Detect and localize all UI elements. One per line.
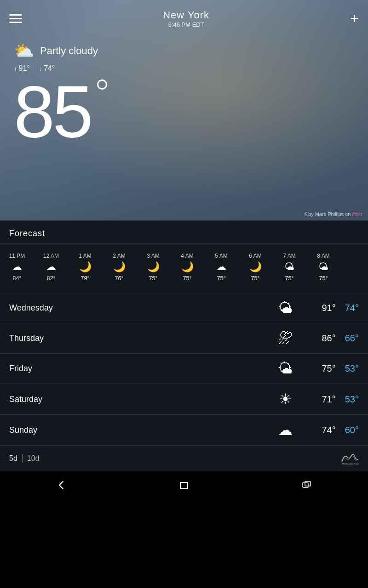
- day-icon: ☁: [271, 421, 299, 439]
- hourly-item: 7 AM 🌤 75°: [272, 251, 306, 283]
- hourly-item: 1 AM 🌙 79°: [68, 251, 102, 283]
- hourly-time: 2 AM: [113, 253, 125, 259]
- nav-recents-button[interactable]: [300, 479, 313, 492]
- day-icon: 🌤: [271, 360, 299, 377]
- day-temps: 71° 53°: [299, 394, 359, 405]
- nav-home-button[interactable]: [178, 479, 190, 492]
- degree-symbol: [97, 79, 107, 90]
- android-nav: [0, 471, 368, 499]
- day-temps: 74° 60°: [299, 425, 359, 435]
- hourly-time: 11 PM: [9, 253, 25, 259]
- hourly-row: 11 PM ☁ 84° 12 AM ☁ 82° 1 AM 🌙 79° 2 AM …: [0, 251, 368, 283]
- header-center: New York 6:46 PM EDT: [163, 9, 209, 28]
- forecast-divider: [0, 243, 368, 243]
- tab-5d[interactable]: 5d: [9, 454, 17, 463]
- hourly-icon: 🌤: [284, 262, 294, 272]
- condition-text: Partly cloudy: [40, 45, 98, 57]
- hourly-icon: ☁: [12, 262, 22, 272]
- day-high: 91°: [322, 303, 336, 313]
- daily-row: Sunday ☁ 74° 60°: [0, 415, 368, 446]
- day-low: 74°: [345, 303, 359, 313]
- hourly-time: 7 AM: [283, 253, 295, 259]
- day-name: Saturday: [9, 395, 271, 404]
- day-icon: ☀: [271, 390, 299, 408]
- day-temps: 86° 66°: [299, 333, 359, 344]
- tab-10d[interactable]: 10d: [27, 454, 40, 463]
- day-name: Thursday: [9, 334, 271, 343]
- hourly-time: 6 AM: [249, 253, 261, 259]
- forecast-tabs: 5d 10d: [9, 454, 40, 463]
- current-weather: ⛅ Partly cloudy ↑ 91° ↓ 74° 85: [14, 41, 98, 148]
- hourly-icon: ☁: [46, 262, 56, 272]
- hourly-temp: 75°: [319, 275, 328, 282]
- day-low: 53°: [345, 394, 359, 405]
- hourly-end-divider: [0, 291, 368, 291]
- hourly-icon: 🌙: [147, 262, 160, 272]
- day-temps: 91° 74°: [299, 303, 359, 313]
- hourly-icon: ☁: [216, 262, 226, 272]
- day-low: 53°: [345, 363, 359, 374]
- hourly-item: 11 PM ☁ 84°: [0, 251, 34, 283]
- hourly-temp: 75°: [217, 275, 226, 282]
- hourly-temp: 82°: [46, 275, 56, 282]
- hourly-icon: 🌙: [113, 262, 126, 272]
- day-high: 75°: [322, 363, 336, 374]
- weather-background: New York 6:46 PM EDT + ⛅ Partly cloudy ↑…: [0, 0, 368, 220]
- nav-back-button[interactable]: [55, 479, 68, 492]
- forecast-title: Forecast: [0, 220, 368, 243]
- city-name: New York: [163, 9, 209, 21]
- hourly-time: 12 AM: [43, 253, 59, 259]
- add-location-button[interactable]: +: [350, 11, 359, 26]
- weather-condition: ⛅ Partly cloudy: [14, 41, 98, 61]
- hourly-time: 1 AM: [79, 253, 91, 259]
- wunderground-logo: wunderground: [340, 452, 359, 465]
- svg-rect-1: [180, 482, 188, 489]
- day-icon: 🌤: [271, 300, 299, 317]
- hourly-time: 3 AM: [147, 253, 159, 259]
- day-icon: ⛈: [271, 330, 299, 347]
- photo-attribution: ©by Mark Phillips on flickr: [305, 211, 362, 217]
- daily-row: Wednesday 🌤 91° 74°: [0, 293, 368, 323]
- hourly-item: 5 AM ☁ 75°: [204, 251, 238, 283]
- svg-text:wunderground: wunderground: [342, 462, 359, 465]
- hourly-item: 12 AM ☁ 82°: [34, 251, 68, 283]
- hourly-temp: 75°: [285, 275, 294, 282]
- hourly-temp: 75°: [251, 275, 260, 282]
- hourly-time: 8 AM: [317, 253, 329, 259]
- hourly-scroll[interactable]: 11 PM ☁ 84° 12 AM ☁ 82° 1 AM 🌙 79° 2 AM …: [0, 247, 368, 289]
- day-low: 66°: [345, 333, 359, 344]
- hourly-time: 4 AM: [181, 253, 193, 259]
- hourly-temp: 75°: [149, 275, 158, 282]
- day-name: Wednesday: [9, 303, 271, 313]
- hourly-item: 4 AM 🌙 75°: [170, 251, 204, 283]
- day-temps: 75° 53°: [299, 363, 359, 374]
- current-time: 6:46 PM EDT: [163, 21, 209, 28]
- hourly-item: 8 AM 🌤 75°: [306, 251, 340, 283]
- forecast-panel: Forecast 11 PM ☁ 84° 12 AM ☁ 82° 1 AM 🌙 …: [0, 220, 368, 471]
- hourly-temp: 79°: [80, 275, 90, 282]
- menu-button[interactable]: [9, 14, 22, 23]
- hourly-item: 6 AM 🌙 75°: [238, 251, 272, 283]
- day-high: 71°: [322, 394, 336, 405]
- day-name: Sunday: [9, 425, 271, 435]
- daily-row: Friday 🌤 75° 53°: [0, 354, 368, 384]
- svg-rect-2: [303, 483, 308, 487]
- hourly-time: 5 AM: [215, 253, 227, 259]
- wu-icon: wunderground: [340, 452, 359, 465]
- hourly-icon: 🌙: [181, 262, 194, 272]
- hourly-icon: 🌤: [318, 262, 328, 272]
- header: New York 6:46 PM EDT +: [0, 0, 368, 37]
- hourly-temp: 84°: [12, 275, 22, 282]
- hourly-temp: 75°: [183, 275, 192, 282]
- day-high: 86°: [322, 333, 336, 344]
- forecast-footer: 5d 10d wunderground: [0, 446, 368, 471]
- day-name: Friday: [9, 364, 271, 373]
- day-high: 74°: [322, 425, 336, 435]
- hourly-item: 3 AM 🌙 75°: [136, 251, 170, 283]
- daily-row: Thursday ⛈ 86° 66°: [0, 323, 368, 354]
- hourly-icon: 🌙: [249, 262, 262, 272]
- hourly-temp: 76°: [115, 275, 124, 282]
- svg-rect-3: [305, 481, 310, 486]
- daily-rows: Wednesday 🌤 91° 74° Thursday ⛈ 86° 66° F…: [0, 293, 368, 446]
- current-temperature: 85: [14, 75, 98, 148]
